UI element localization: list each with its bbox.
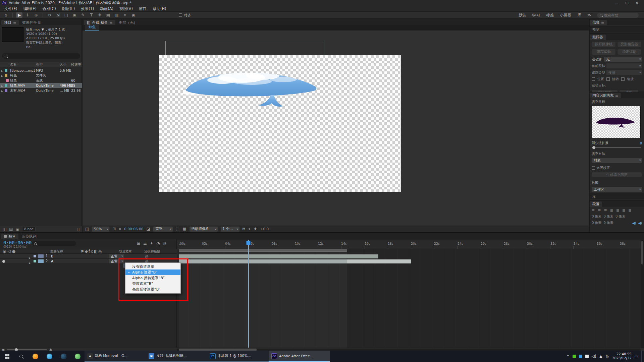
project-item-comp[interactable]: 鲸鱼 合成 60 xyxy=(0,78,82,83)
twirl-icon[interactable] xyxy=(1,74,3,77)
ime-indicator[interactable]: 英 xyxy=(605,354,609,359)
brush-tool-icon[interactable]: ✚ xyxy=(97,12,103,18)
project-search-input[interactable] xyxy=(9,54,70,59)
rotation-checkbox[interactable] xyxy=(606,77,610,81)
generate-fill-layer-button[interactable]: 生成填充图层 xyxy=(592,172,642,177)
volume-icon[interactable]: ◁) xyxy=(592,354,596,358)
home-icon[interactable]: ⌂ xyxy=(3,12,9,18)
warp-stabilizer-button[interactable]: 变形稳定器 xyxy=(617,41,641,47)
layer-row-b[interactable]: 1 B 正常 ◎ 无 xyxy=(0,254,177,259)
browser-firefox-icon[interactable] xyxy=(28,351,42,362)
item-name[interactable]: 鲸鱼 xyxy=(10,78,17,83)
panel-menu-icon[interactable] xyxy=(110,20,113,25)
type-tool-icon[interactable]: T xyxy=(88,12,95,18)
work-area-bar[interactable] xyxy=(179,249,347,252)
pan-behind-tool-icon[interactable]: ▢ xyxy=(63,12,69,18)
twirl-icon[interactable] xyxy=(1,89,3,93)
scrollbar-thumb[interactable] xyxy=(641,241,643,264)
tab-render-queue[interactable]: 渲染队列 xyxy=(19,234,39,239)
col-name[interactable]: 名称 xyxy=(10,62,17,67)
zoom-dropdown[interactable]: 50% xyxy=(92,227,109,232)
label-chip[interactable] xyxy=(5,69,7,72)
tab-timeline-comp[interactable]: 鲸鱼 xyxy=(1,234,18,239)
timeline-zoom-slider[interactable] xyxy=(7,349,47,350)
tab-layer[interactable]: 图层（无） xyxy=(116,20,140,25)
taskbar-window-modevol[interactable]: ◆ 融构 Modevol - G... xyxy=(85,351,146,362)
tray-expand-icon[interactable]: ^ xyxy=(567,354,570,359)
col-parent[interactable]: 父级和链接 xyxy=(144,249,160,254)
timeline-graph-area[interactable] xyxy=(177,249,641,348)
delete-icon[interactable]: ▯ xyxy=(77,227,79,231)
menu-help[interactable]: 帮助(H) xyxy=(150,6,169,12)
roi-icon[interactable]: ⬚ xyxy=(176,227,179,231)
pen-tool-icon[interactable]: ✎ xyxy=(80,12,86,18)
track-camera-button[interactable]: 跟踪摄像机 xyxy=(592,41,616,47)
stabilize-motion-button[interactable]: 稳定运动 xyxy=(617,49,641,55)
workspace-small-screen[interactable]: 小屏幕 xyxy=(557,13,575,18)
eye-icon[interactable] xyxy=(2,260,5,263)
timeline-search-input[interactable] xyxy=(39,241,70,246)
align-center-icon[interactable]: ≡ xyxy=(598,208,601,213)
justify-all-icon[interactable]: ≣ xyxy=(628,208,631,213)
layer-name[interactable]: B xyxy=(51,254,53,258)
range-dropdown[interactable]: 工作区 xyxy=(592,187,642,192)
new-folder-icon[interactable]: ▤ xyxy=(9,227,13,231)
twirl-icon[interactable] xyxy=(29,260,31,265)
tab-caf[interactable]: 内容识别填充 xyxy=(590,93,621,98)
current-track-dropdown[interactable] xyxy=(606,63,642,68)
flowchart-icon[interactable]: ♦ xyxy=(254,227,257,231)
playhead-handle[interactable] xyxy=(246,241,251,245)
justify-last-right-icon[interactable]: ≣ xyxy=(622,208,625,213)
track-motion-button[interactable]: 跟踪运动 xyxy=(592,49,616,55)
taskbar-window-after-effects[interactable]: Ae Adobe After Effec... xyxy=(269,351,330,362)
align-right-icon[interactable]: ≡ xyxy=(604,208,607,213)
kinsoku-icon[interactable]: ◀) xyxy=(632,221,636,225)
col-type[interactable]: 类型 xyxy=(36,62,43,67)
project-item-footage-mp4[interactable]: 素材.mp4 QuickTime … MB 23.98 xyxy=(0,88,82,93)
bit-depth-badge[interactable]: 8 bpc xyxy=(22,227,36,231)
tab-paragraph[interactable]: 段落 xyxy=(590,201,602,207)
align-left-icon[interactable]: ≡ xyxy=(592,208,595,213)
tab-libraries[interactable]: 库 xyxy=(590,194,599,199)
app-chat-icon[interactable] xyxy=(70,351,85,362)
alpha-expansion-value[interactable]: 0 xyxy=(640,141,642,145)
timeline-search[interactable] xyxy=(32,241,76,246)
comp-subtab[interactable]: 鲸鱼 xyxy=(85,24,99,31)
mini-flowchart-icon[interactable]: ⊞ xyxy=(137,241,140,245)
app-steam-icon[interactable] xyxy=(56,351,70,362)
timeline-vertical-scrollbar[interactable] xyxy=(641,240,644,348)
camera-tool-icon[interactable]: ⇲ xyxy=(55,12,61,18)
timeline-jump-icon[interactable]: ⌖ xyxy=(248,227,251,231)
eraser-tool-icon[interactable]: ▥ xyxy=(113,12,120,18)
close-button[interactable]: ✕ xyxy=(632,0,642,6)
panel-menu-icon[interactable] xyxy=(615,94,618,98)
pixel-aspect-icon[interactable]: ⧉ xyxy=(243,227,246,231)
item-name[interactable]: 纯色 xyxy=(10,73,17,78)
panel-menu-icon[interactable] xyxy=(13,20,16,25)
blend-mode-dropdown[interactable]: 正常 xyxy=(109,254,124,258)
tab-info[interactable]: 信息 xyxy=(590,20,607,25)
motion-blur-icon[interactable]: ◔ xyxy=(156,241,160,245)
scale-checkbox[interactable] xyxy=(621,77,625,81)
position-checkbox[interactable] xyxy=(592,77,595,81)
composition-canvas[interactable] xyxy=(159,55,401,192)
show-desktop-button[interactable] xyxy=(641,351,643,362)
timeline-timecode[interactable]: 0:00:06:00 xyxy=(3,240,32,245)
twirl-icon[interactable] xyxy=(1,69,3,72)
tab-tracker[interactable]: 跟踪器 xyxy=(590,35,606,40)
menu-effect[interactable]: 效果(T) xyxy=(78,6,97,12)
frame-blend-icon[interactable]: ✦ xyxy=(150,241,153,245)
twirl-icon[interactable] xyxy=(1,84,3,87)
hand-tool-icon[interactable]: ✛ xyxy=(24,12,31,18)
layer-bar-b[interactable] xyxy=(179,254,378,258)
col-size[interactable]: 大小 xyxy=(60,62,66,67)
menu-layer[interactable]: 图层(L) xyxy=(59,6,78,12)
panel-menu-icon[interactable] xyxy=(601,20,604,25)
taskbar-clock[interactable]: 22:40:55 2023/12/22 xyxy=(612,352,632,360)
track-type-dropdown[interactable]: 变换 xyxy=(606,70,642,75)
workspace-libraries[interactable]: 库 xyxy=(574,13,584,18)
exposure-value[interactable]: +0.0 xyxy=(260,227,269,231)
col-fps[interactable]: 帧速率 xyxy=(71,62,81,67)
justify-last-left-icon[interactable]: ≣ xyxy=(610,208,613,213)
help-search-input[interactable] xyxy=(604,13,636,17)
